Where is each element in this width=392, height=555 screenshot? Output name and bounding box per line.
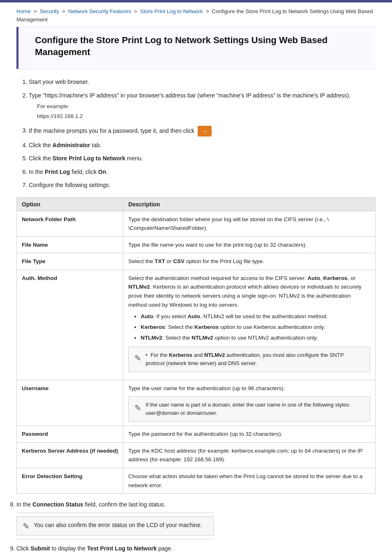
auth-desc-main: Select the authentication method require… (128, 274, 370, 309)
table-row: Error Detection Setting Choose what acti… (17, 468, 376, 493)
breadcrumb: Home > Security > Network Security Featu… (0, 2, 392, 27)
auth-bullet-auto: Auto: If you select Auto, NTLMv2 will be… (141, 312, 370, 321)
breadcrumb-home[interactable]: Home (16, 8, 31, 14)
note-icon-step8: ✎ (23, 521, 30, 531)
step-3-text: If the machine prompts you for a passwor… (29, 127, 196, 134)
note-divider-bottom (16, 539, 214, 539)
step-4-text: Click the Administrator tab. (29, 142, 101, 148)
col-header-description: Description (123, 197, 376, 211)
step-9-text: Click Submit to display the Test Print L… (16, 545, 173, 552)
auth-bullet-ntlmv2: NTLMv2: Select the NTLMv2 option to use … (141, 334, 370, 342)
note-divider-top (16, 513, 214, 513)
step-2-text: Type "https://machine's IP address" in y… (29, 92, 350, 99)
step-2-example-url: https://192.168.1.2 (37, 111, 376, 121)
table-header-row: Option Description (17, 197, 376, 211)
username-note-text: If the user name is part of a domain, en… (145, 401, 364, 417)
desc-auth-method: Select the authentication method require… (123, 270, 376, 380)
option-kerberos-address: Kerberos Server Address (if needed) (17, 442, 123, 468)
page-title: Configure the Store Print Log to Network… (35, 30, 359, 62)
step-1-text: Start your web browser. (29, 79, 89, 85)
table-row: Network Folder Path Type the destination… (17, 211, 376, 236)
step-5-text: Click the Store Print Log to Network men… (29, 155, 143, 162)
step-1: Start your web browser. (29, 77, 376, 86)
option-file-type: File Type (17, 253, 123, 270)
step-4: Click the Administrator tab. (29, 141, 376, 150)
step8-note-text: You can also confirm the error status on… (34, 521, 202, 530)
desc-error-detection: Choose what action should be taken when … (123, 468, 376, 493)
option-network-folder: Network Folder Path (17, 211, 123, 236)
steps-after-table: In the Connection Status field, confirm … (16, 501, 376, 508)
username-note-box: ✎ If the user name is part of a domain, … (128, 396, 370, 422)
breadcrumb-network-security[interactable]: Network Security Features (68, 8, 131, 14)
step8-note-box: ✎ You can also confirm the error status … (16, 516, 214, 536)
step-8: In the Connection Status field, confirm … (16, 501, 376, 508)
step-7-text: Configure the following settings: (29, 182, 110, 188)
page-title-section: Configure the Store Print Log to Network… (16, 27, 376, 69)
step-3-period: . (212, 127, 213, 134)
step-7: Configure the following settings: (29, 180, 376, 190)
table-row: File Name Type the file name you want to… (17, 236, 376, 253)
step-3: If the machine prompts you for a passwor… (29, 126, 376, 136)
step-9: Click Submit to display the Test Print L… (16, 545, 376, 552)
desc-file-type: Select the TXT or CSV option for the Pri… (123, 253, 376, 270)
desc-kerberos-address: Type the KDC host address (for example: … (123, 442, 376, 468)
option-auth-method: Auth. Method (17, 270, 123, 380)
step-2-example: For example: https://192.168.1.2 (29, 102, 376, 122)
note-icon: ✎ (134, 352, 141, 365)
table-row: Auth. Method Select the authentication m… (17, 270, 376, 380)
settings-table: Option Description Network Folder Path T… (16, 197, 376, 494)
breadcrumb-security[interactable]: Security (40, 8, 59, 14)
step-2-example-label: For example: (37, 102, 376, 111)
table-row: File Type Select the TXT or CSV option f… (17, 253, 376, 270)
desc-file-name: Type the file name you want to use for t… (123, 236, 376, 253)
option-file-name: File Name (17, 236, 123, 253)
auth-note-box: ✎ • For the Kerberos and NTLMv2 authenti… (128, 347, 370, 372)
option-error-detection: Error Detection Setting (17, 468, 123, 493)
col-header-option: Option (17, 197, 123, 211)
steps-final: Click Submit to display the Test Print L… (16, 545, 376, 552)
step-6-text: In the Print Log field, click On. (29, 169, 108, 175)
breadcrumb-store-print[interactable]: Store Print Log to Network (140, 8, 203, 14)
auth-bullet-kerberos: Kerberos: Select the Kerberos option to … (141, 323, 370, 332)
auth-bullets: Auto: If you select Auto, NTLMv2 will be… (132, 312, 370, 342)
desc-username: Type the user name for the authenticatio… (123, 380, 376, 426)
username-desc-main: Type the user name for the authenticatio… (128, 384, 370, 393)
step-2: Type "https://machine's IP address" in y… (29, 91, 376, 122)
desc-network-folder: Type the destination folder where your l… (123, 211, 376, 236)
step-5: Click the Store Print Log to Network men… (29, 154, 376, 163)
main-content: Start your web browser. Type "https://ma… (0, 77, 392, 555)
note-icon-username: ✎ (134, 401, 141, 414)
table-row: Password Type the password for the authe… (17, 426, 376, 443)
option-username: Username (17, 380, 123, 426)
auth-note-text: • For the Kerberos and NTLMv2 authentica… (145, 351, 364, 368)
arrow-button: → (198, 126, 212, 136)
step-8-text: In the Connection Status field, confirm … (16, 501, 166, 508)
option-password: Password (17, 426, 123, 443)
table-row: Username Type the user name for the auth… (17, 380, 376, 426)
steps-list: Start your web browser. Type "https://ma… (16, 77, 376, 190)
step-6: In the Print Log field, click On. (29, 167, 376, 176)
table-row: Kerberos Server Address (if needed) Type… (17, 442, 376, 468)
desc-password: Type the password for the authentication… (123, 426, 376, 443)
